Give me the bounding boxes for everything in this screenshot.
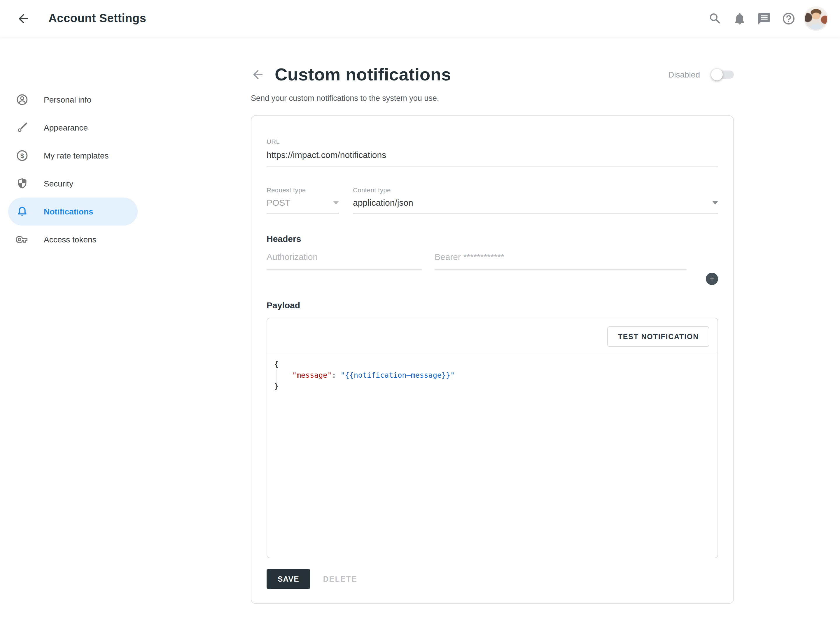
brush-icon [15,121,29,135]
request-type-select[interactable]: POST [266,198,339,214]
type-row: Request type POST Content type applicati… [266,187,718,214]
content-type-field: Content type application/json [353,187,718,214]
page-subtitle: Send your custom notifications to the sy… [251,94,734,103]
url-field: URL https://impact.com/notifications [266,138,718,167]
test-notification-button[interactable]: TEST NOTIFICATION [608,326,709,347]
toggle-knob [711,69,723,80]
sidebar-item-label: My rate templates [44,151,109,160]
sidebar-item-label: Access tokens [44,235,97,244]
header-value-input[interactable]: Bearer ************ [435,252,686,270]
sidebar-item-security[interactable]: Security [8,170,138,198]
request-type-field: Request type POST [266,187,339,214]
status-toggle-group: Disabled [668,69,734,80]
code-line: { [274,358,717,370]
save-button[interactable]: SAVE [266,569,310,589]
content-type-value: application/json [353,198,708,207]
headers-row: Authorization Bearer ************ [266,252,718,270]
sidebar-item-label: Appearance [44,123,88,132]
code-value: "{{notification—message}}" [341,371,455,379]
code-key: "message" [292,371,332,379]
content-type-select[interactable]: application/json [353,198,718,214]
notification-settings-card: URL https://impact.com/notifications Req… [251,115,734,604]
sidebar-item-label: Notifications [44,207,93,216]
chevron-down-icon [333,201,339,204]
sidebar-item-access-tokens[interactable]: Access tokens [8,226,138,253]
payload-toolbar: TEST NOTIFICATION [267,318,717,354]
search-icon[interactable] [708,11,722,25]
dollar-circle-icon: $ [15,149,29,163]
request-type-value: POST [266,198,328,207]
sidebar-item-my-rate-templates[interactable]: $ My rate templates [8,142,138,170]
delete-button[interactable]: DELETE [317,569,363,589]
add-header-button[interactable] [706,273,718,285]
screen: Account Settings [0,0,840,623]
page-header: Custom notifications Disabled [251,61,734,89]
notifications-bell-icon[interactable] [733,11,747,25]
enable-toggle[interactable] [713,69,734,80]
app-title: Account Settings [48,12,146,25]
payload-code-input[interactable]: { "message": "{{notification—message}}" … [267,354,717,558]
main-content: Custom notifications Disabled Send your … [177,37,840,621]
code-line: "message": "{{notification—message}}" [274,370,717,381]
code-separator: : [332,371,340,379]
sidebar-item-label: Personal info [44,95,91,104]
request-type-label: Request type [266,187,339,193]
header-name-input[interactable]: Authorization [266,252,422,270]
back-arrow-icon[interactable] [16,11,30,25]
payload-section-title: Payload [266,300,718,310]
sidebar: Personal info Appearance $ [0,37,177,253]
chat-icon[interactable] [757,11,771,25]
user-avatar[interactable] [804,6,828,31]
url-label: URL [266,138,718,145]
content-type-label: Content type [353,187,718,193]
payload-editor: TEST NOTIFICATION { "message": "{{notifi… [266,318,718,558]
page-title: Custom notifications [275,65,451,84]
person-circle-icon [15,93,29,107]
indent-guide [277,370,277,384]
svg-text:$: $ [20,152,24,160]
bell-icon [15,204,29,219]
plus-icon [708,275,716,283]
topbar: Account Settings [0,0,840,37]
help-icon[interactable] [782,11,796,25]
sidebar-item-notifications[interactable]: Notifications [8,198,138,226]
body: Personal info Appearance $ [0,37,840,621]
sidebar-item-label: Security [44,179,73,188]
chevron-down-icon [712,201,718,204]
sidebar-item-personal-info[interactable]: Personal info [8,86,138,114]
page-back-arrow-icon[interactable] [251,68,265,81]
action-buttons: SAVE DELETE [266,569,718,589]
toggle-status-label: Disabled [668,70,700,79]
headers-section-title: Headers [266,234,718,244]
key-icon [15,233,29,247]
code-line: } [274,381,717,391]
shield-icon [15,176,29,190]
sidebar-item-appearance[interactable]: Appearance [8,114,138,142]
url-input[interactable]: https://impact.com/notifications [266,150,718,167]
add-header-row [266,273,718,285]
